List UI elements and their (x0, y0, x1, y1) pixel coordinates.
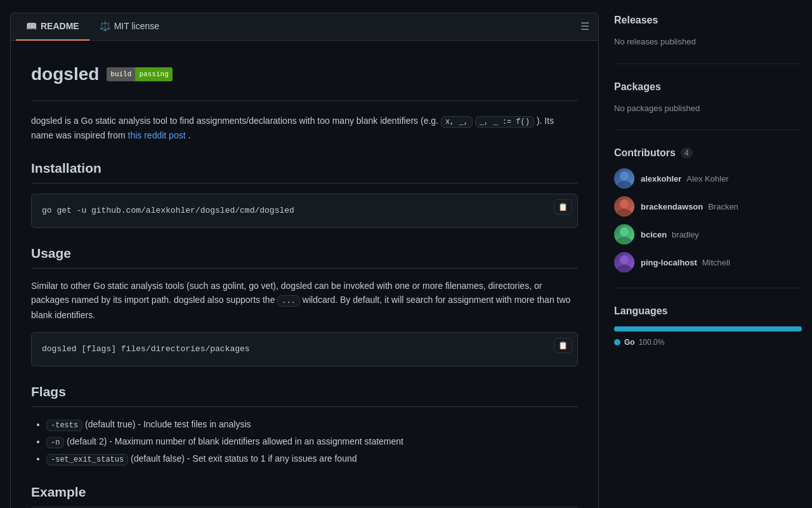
badge-passing-label: passing (135, 67, 172, 82)
svg-point-2 (620, 199, 629, 208)
flag-tests-name: -tests (46, 420, 82, 431)
usage-code: dogsled [flags] files/directories/packag… (32, 333, 577, 366)
wildcard-code: ... (277, 295, 300, 307)
languages-section: Languages Go 100.0% (614, 304, 802, 348)
svg-point-6 (620, 255, 629, 264)
packages-empty: No packages published (614, 102, 802, 115)
install-code: go get -u github.com/alexkohler/dogsled/… (32, 194, 577, 227)
svg-point-0 (620, 171, 629, 180)
languages-heading: Languages (614, 304, 667, 319)
installation-heading: Installation (31, 158, 578, 184)
repo-title: dogsled (31, 61, 99, 88)
avatar (614, 252, 634, 272)
releases-heading: Releases (614, 13, 658, 28)
avatar-placeholder-icon (614, 196, 634, 217)
readme-body: dogsled build passing dogsled is a Go st… (10, 41, 599, 508)
avatar-placeholder-icon (614, 252, 634, 272)
contributors-count: 4 (681, 147, 693, 159)
title-divider (31, 100, 578, 101)
packages-section: Packages No packages published (614, 79, 802, 115)
avatar (614, 196, 634, 217)
license-icon: ⚖️ (100, 20, 110, 33)
build-badge: build passing (107, 67, 172, 82)
contributors-section: Contributors 4 alexkohler Alex Kohler (614, 145, 802, 272)
flags-list: -tests (default true) - Include test fil… (31, 417, 578, 467)
badge-build-label: build (107, 67, 135, 82)
contributor-info: alexkohler Alex Kohler (641, 172, 729, 185)
contributor-info: ping-localhost Mitchell (641, 256, 730, 269)
contributor-item[interactable]: bcicen bradley (614, 224, 802, 244)
flag-exit-desc: (default false) - Set exit status to 1 i… (131, 453, 357, 464)
contributor-username: bcicen (641, 230, 667, 239)
contributor-name: Bracken (708, 202, 738, 211)
readme-icon: 📖 (26, 20, 37, 33)
tab-license-label: MIT license (114, 20, 159, 33)
usage-heading: Usage (31, 243, 578, 269)
description-pre: dogsled is a Go static analysis tool to … (31, 116, 441, 126)
contributors-title: Contributors 4 (614, 145, 802, 161)
svg-point-7 (617, 265, 632, 272)
packages-heading: Packages (614, 79, 661, 95)
readme-tabs: 📖 README ⚖️ MIT license ☰ (10, 13, 599, 41)
reddit-post-link[interactable]: this reddit post (128, 130, 186, 140)
flag-tests-desc: (default true) - Include test files in a… (85, 419, 251, 429)
contributor-username: alexkohler (641, 174, 681, 184)
description-paragraph: dogsled is a Go static analysis tool to … (31, 114, 578, 143)
languages-title: Languages (614, 304, 802, 319)
language-legend: Go 100.0% (614, 337, 802, 348)
description-post: . (188, 130, 190, 140)
language-dot (614, 339, 620, 345)
tab-license[interactable]: ⚖️ MIT license (89, 13, 169, 41)
contributor-info: brackendawson Bracken (641, 200, 738, 213)
tab-readme-label: README (41, 20, 79, 33)
language-bar-fill (614, 326, 802, 331)
avatar (614, 224, 634, 244)
language-pct: 100.0% (639, 337, 665, 348)
svg-point-5 (617, 237, 632, 244)
contributor-name: bradley (672, 230, 699, 239)
install-code-block: go get -u github.com/alexkohler/dogsled/… (31, 194, 578, 228)
sidebar: Releases No releases published Packages … (614, 13, 802, 508)
contributor-item[interactable]: brackendawson Bracken (614, 196, 802, 217)
releases-empty: No releases published (614, 36, 802, 48)
contributors-list: alexkohler Alex Kohler brackendawson Bra… (614, 168, 802, 272)
contributor-name: Alex Kohler (686, 174, 728, 184)
repo-title-row: dogsled build passing (31, 61, 578, 88)
tab-actions: ☰ (577, 15, 593, 38)
releases-section: Releases No releases published (614, 13, 802, 48)
contributor-username: ping-localhost (641, 258, 697, 267)
contributor-username: brackendawson (641, 202, 703, 211)
main-content: 📖 README ⚖️ MIT license ☰ dogsled build … (10, 13, 599, 508)
install-copy-button[interactable]: 📋 (554, 199, 572, 215)
svg-point-4 (620, 227, 629, 236)
usage-paragraph: Similar to other Go static analysis tool… (31, 279, 578, 322)
contributors-heading: Contributors (614, 145, 676, 161)
avatar-placeholder-icon (614, 224, 634, 244)
language-bar (614, 326, 802, 331)
tab-readme[interactable]: 📖 README (16, 13, 89, 41)
flags-heading: Flags (31, 382, 578, 408)
contributor-info: bcicen bradley (641, 228, 699, 241)
flag-n-desc: (default 2) - Maximum number of blank id… (67, 436, 403, 446)
flag-n-name: -n (46, 437, 64, 448)
sidebar-divider-3 (614, 288, 802, 288)
list-item: -set_exit_status (default false) - Set e… (46, 451, 578, 466)
contributor-item[interactable]: ping-localhost Mitchell (614, 252, 802, 272)
flag-exit-name: -set_exit_status (46, 454, 128, 465)
example-heading: Example (31, 482, 578, 508)
usage-code-block: dogsled [flags] files/directories/packag… (31, 332, 578, 366)
contributor-name: Mitchell (702, 258, 730, 267)
svg-point-3 (617, 209, 632, 217)
list-icon[interactable]: ☰ (577, 15, 593, 38)
sidebar-divider-2 (614, 130, 802, 130)
usage-copy-button[interactable]: 📋 (554, 338, 572, 353)
avatar-placeholder-icon (614, 168, 634, 189)
code-example2: _, _ := f() (475, 116, 534, 128)
contributor-item[interactable]: alexkohler Alex Kohler (614, 168, 802, 189)
list-item: -tests (default true) - Include test fil… (46, 417, 578, 432)
avatar (614, 168, 634, 189)
list-item: -n (default 2) - Maximum number of blank… (46, 434, 578, 449)
releases-title: Releases (614, 13, 802, 28)
code-example1: x, _, (441, 116, 473, 128)
packages-title: Packages (614, 79, 802, 95)
